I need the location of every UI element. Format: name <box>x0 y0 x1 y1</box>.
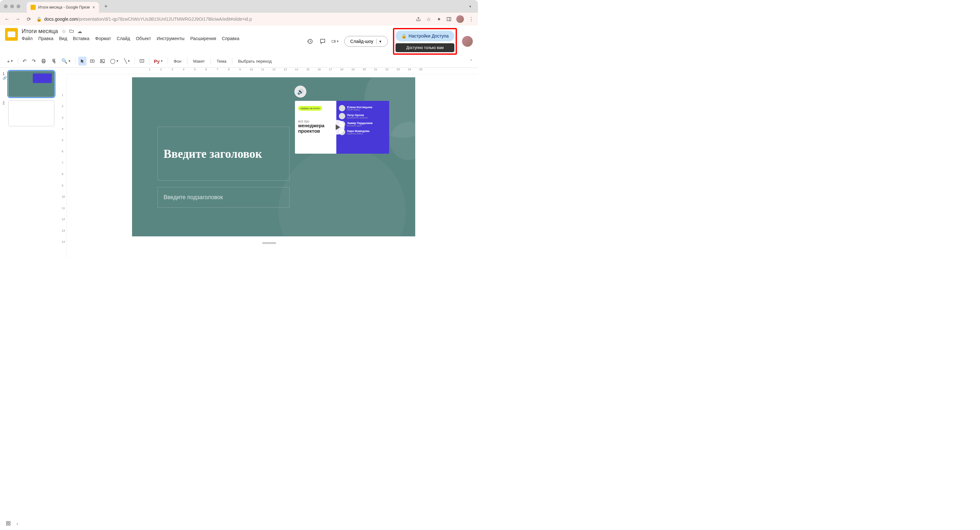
menu-slide[interactable]: Слайд <box>117 36 130 41</box>
url-path: /presentation/d/1-qp78zwChWsYUs3B1SUnl12… <box>78 16 252 22</box>
slide-canvas[interactable]: 🔊 оффер на почте всё про менеджера проек… <box>132 77 415 236</box>
person-role: HR BP Skillbox <box>347 109 372 111</box>
app-header: Итоги месяца ☆ ☁ Файл Правка Вид Вставка… <box>0 25 478 55</box>
menu-help[interactable]: Справка <box>222 36 239 41</box>
url-field[interactable]: 🔒 docs.google.com/presentation/d/1-qp78z… <box>36 16 411 22</box>
person-role: продюсер Skillbox <box>347 133 369 135</box>
menu-extensions[interactable]: Расширения <box>190 36 216 41</box>
new-tab-button[interactable]: + <box>102 2 110 11</box>
slides-favicon <box>30 5 36 10</box>
svg-rect-0 <box>447 18 451 21</box>
menu-tools[interactable]: Инструменты <box>157 36 185 41</box>
menu-bar: Файл Правка Вид Вставка Формат Слайд Объ… <box>22 36 306 41</box>
collapse-toolbar-icon[interactable]: ⌃ <box>469 59 473 63</box>
paint-format-icon[interactable] <box>49 57 58 65</box>
forward-icon[interactable]: → <box>14 16 21 22</box>
filmstrip: 1 🔗 2 <box>0 68 60 258</box>
url-host: docs.google.com <box>44 16 78 22</box>
layout-button[interactable]: Макет <box>190 57 208 65</box>
slide-title-text: Введите заголовок <box>164 147 262 161</box>
line-icon[interactable]: ╲▼ <box>122 57 132 65</box>
play-icon[interactable] <box>330 120 345 135</box>
new-slide-button[interactable]: + ▼ <box>5 57 15 65</box>
vertical-ruler: 1234567891011121314 <box>60 74 67 258</box>
tab-title: Итоги месяца - Google Презе <box>38 5 90 10</box>
profile-avatar[interactable] <box>456 15 464 23</box>
slide-thumbnail-1[interactable] <box>8 71 54 97</box>
person-role: руководитель проектов <box>347 117 368 119</box>
menu-insert[interactable]: Вставка <box>73 36 89 41</box>
shape-icon[interactable]: ◯▼ <box>108 57 121 65</box>
slideshow-label: Слайд-шоу <box>350 39 374 44</box>
audio-icon[interactable]: 🔊 <box>294 86 306 98</box>
video-pill: оффер на почте <box>298 106 322 111</box>
share-button[interactable]: 🔒 Настройки Доступа <box>396 30 454 41</box>
person-role: выпускник курса <box>347 125 372 127</box>
minimize-window-icon[interactable] <box>10 5 14 8</box>
slide-thumbnail-2[interactable] <box>8 100 54 126</box>
person-name: Замир Пардалиев <box>347 122 372 125</box>
share-label: Настройки Доступа <box>409 33 449 38</box>
audio-indicator-icon: 🔗 <box>3 76 6 80</box>
textbox-icon[interactable] <box>88 57 97 65</box>
sidepanel-icon[interactable] <box>446 16 452 22</box>
bookmark-icon[interactable]: ☆ <box>426 16 431 22</box>
person-name: Кира Мамедова <box>347 130 369 133</box>
account-avatar[interactable] <box>462 36 473 47</box>
menu-edit[interactable]: Правка <box>38 36 53 41</box>
person-avatar <box>339 113 345 119</box>
notes-resize-handle[interactable] <box>262 242 276 244</box>
slideshow-button[interactable]: Слайд-шоу ▼ <box>344 36 388 47</box>
slide-number: 1 <box>3 71 6 76</box>
doc-title[interactable]: Итоги месяца <box>22 28 58 35</box>
extensions-icon[interactable]: ✦ <box>436 16 442 22</box>
back-icon[interactable]: ← <box>4 16 10 22</box>
reload-icon[interactable]: ⟳ <box>25 16 32 22</box>
image-icon[interactable] <box>98 57 107 65</box>
browser-tab[interactable]: Итоги месяца - Google Презе × <box>27 2 99 13</box>
tabs-dropdown-icon[interactable]: ▾ <box>466 3 474 10</box>
share-highlight-annotation: 🔒 Настройки Доступа Доступно только вам <box>393 28 457 55</box>
person-avatar <box>339 105 345 111</box>
redo-icon[interactable]: ↷ <box>30 57 38 65</box>
move-icon[interactable] <box>69 29 74 34</box>
theme-button[interactable]: Тема <box>213 57 230 65</box>
window-controls <box>4 5 21 8</box>
cloud-icon[interactable]: ☁ <box>77 29 82 34</box>
slide-title-placeholder[interactable]: Введите заголовок <box>158 127 290 181</box>
close-tab-icon[interactable]: × <box>92 5 95 10</box>
font-family-button[interactable]: Рy ▼ <box>152 57 165 65</box>
star-icon[interactable]: ☆ <box>62 29 66 34</box>
slide-subtitle-placeholder[interactable]: Введите подзаголовок <box>158 187 290 208</box>
lock-icon: 🔒 <box>401 33 407 38</box>
menu-format[interactable]: Формат <box>95 36 111 41</box>
comment-add-icon[interactable] <box>137 57 146 65</box>
address-bar: ← → ⟳ 🔒 docs.google.com/presentation/d/1… <box>0 13 478 25</box>
undo-icon[interactable]: ↶ <box>21 57 29 65</box>
comments-icon[interactable] <box>319 38 326 45</box>
video-text-2: менеджера <box>298 123 333 129</box>
share-page-icon[interactable] <box>415 16 421 22</box>
maximize-window-icon[interactable] <box>16 5 21 8</box>
history-icon[interactable] <box>306 38 314 45</box>
browser-tab-bar: Итоги месяца - Google Презе × + ▾ <box>0 0 478 13</box>
share-tooltip: Доступно только вам <box>396 43 454 52</box>
menu-file[interactable]: Файл <box>22 36 32 41</box>
lock-icon: 🔒 <box>36 16 42 22</box>
meet-icon[interactable]: ▼ <box>331 38 339 45</box>
print-icon[interactable] <box>39 57 48 65</box>
slides-logo[interactable] <box>5 28 18 41</box>
canvas-area: 1234567891011121314151617181920212223242… <box>60 68 478 258</box>
browser-menu-icon[interactable]: ⋮ <box>468 16 474 22</box>
close-window-icon[interactable] <box>4 5 8 8</box>
transition-button[interactable]: Выбрать переход <box>235 57 275 65</box>
menu-object[interactable]: Объект <box>136 36 151 41</box>
zoom-icon[interactable]: 🔍▼ <box>59 57 73 65</box>
select-tool-icon[interactable] <box>78 57 86 65</box>
background-button[interactable]: Фон <box>170 57 185 65</box>
menu-view[interactable]: Вид <box>59 36 67 41</box>
chevron-down-icon: ▼ <box>379 40 382 43</box>
person-name: Елена Костицына <box>347 106 372 109</box>
horizontal-ruler: 1234567891011121314151617181920212223242… <box>67 68 478 74</box>
video-thumbnail[interactable]: оффер на почте всё про менеджера проекто… <box>295 101 389 154</box>
